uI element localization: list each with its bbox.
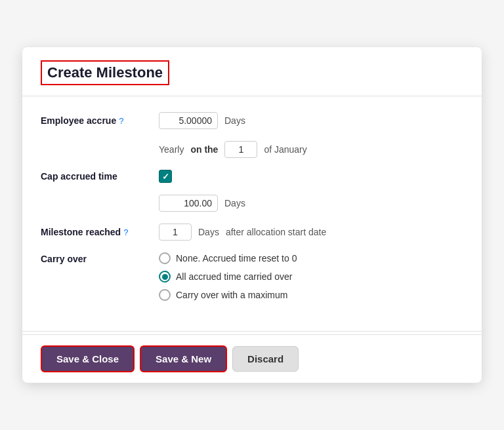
create-milestone-modal: Create Milestone Employee accrue ? Days … [22, 47, 482, 383]
footer-divider [22, 331, 482, 332]
frequency-label: Yearly [159, 144, 184, 155]
employee-accrue-row: Employee accrue ? Days [41, 112, 463, 129]
cap-accrued-checkbox[interactable] [159, 170, 172, 183]
save-close-button[interactable]: Save & Close [41, 345, 135, 372]
carry-over-max-radio[interactable] [159, 289, 171, 301]
day-input[interactable] [224, 141, 257, 158]
carry-over-all-label: All accrued time carried over [176, 271, 292, 282]
cap-accrued-controls [159, 170, 463, 183]
carry-over-label: Carry over [41, 252, 159, 264]
on-the-label: on the [190, 144, 218, 155]
milestone-value-input[interactable] [159, 224, 192, 241]
employee-accrue-help-icon[interactable]: ? [119, 116, 123, 126]
discard-button[interactable]: Discard [232, 346, 299, 372]
cap-value-row: Days [159, 195, 463, 212]
employee-accrue-label: Employee accrue ? [41, 115, 159, 126]
employee-accrue-controls: Days [159, 112, 463, 129]
modal-title: Create Milestone [41, 60, 169, 85]
employee-accrue-unit: Days [224, 115, 245, 126]
carry-over-none-item[interactable]: None. Accrued time reset to 0 [159, 252, 297, 264]
cap-accrued-checkbox-container [159, 170, 172, 183]
carry-over-max-label: Carry over with a maximum [176, 290, 287, 300]
month-label: of January [264, 144, 306, 155]
carry-over-radio-group: None. Accrued time reset to 0 All accrue… [159, 252, 297, 301]
recurrence-row: Yearly on the of January [159, 141, 463, 158]
milestone-suffix-label: after allocation start date [226, 227, 326, 237]
modal-body: Employee accrue ? Days Yearly on the of … [22, 96, 482, 328]
cap-accrued-label: Cap accrued time [41, 171, 159, 182]
carry-over-max-item[interactable]: Carry over with a maximum [159, 289, 297, 301]
carry-over-all-item[interactable]: All accrued time carried over [159, 271, 297, 283]
carry-over-row: Carry over None. Accrued time reset to 0… [41, 252, 463, 301]
carry-over-none-label: None. Accrued time reset to 0 [176, 253, 297, 264]
modal-header: Create Milestone [22, 47, 482, 96]
cap-value-input[interactable] [159, 195, 218, 212]
carry-over-all-radio[interactable] [159, 271, 171, 283]
cap-accrued-time-row: Cap accrued time [41, 170, 463, 183]
modal-footer: Save & Close Save & New Discard [22, 334, 482, 383]
milestone-unit-label: Days [198, 227, 219, 237]
milestone-reached-row: Milestone reached ? Days after allocatio… [41, 224, 463, 241]
employee-accrue-input[interactable] [159, 112, 218, 129]
save-new-button[interactable]: Save & New [140, 345, 227, 372]
cap-unit-label: Days [224, 198, 245, 208]
milestone-reached-controls: Days after allocation start date [159, 224, 463, 241]
milestone-reached-label: Milestone reached ? [41, 227, 159, 237]
milestone-help-icon[interactable]: ? [123, 227, 128, 237]
carry-over-none-radio[interactable] [159, 252, 171, 264]
